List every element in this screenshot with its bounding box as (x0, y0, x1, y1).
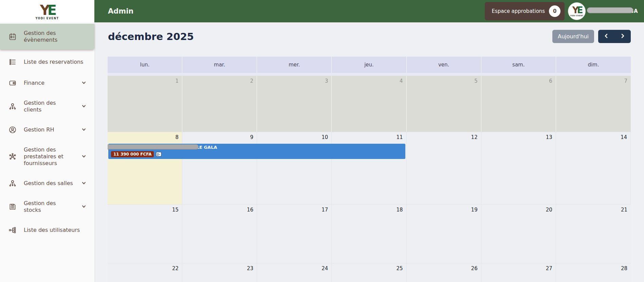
day-cell-24[interactable]: 24 (257, 263, 332, 282)
sidebar-item-gestion-rh[interactable]: Gestion RH (0, 119, 94, 140)
day-number: 19 (471, 207, 478, 213)
calendar-week-row-3: 15161718192021 (108, 204, 631, 263)
approvals-count-badge: 0 (549, 5, 560, 17)
chevron-left-icon (604, 33, 609, 40)
person-network-icon (8, 179, 17, 188)
day-number: 15 (172, 207, 179, 213)
sidebar-item-label: Liste des reservations (24, 59, 86, 65)
day-cell-11[interactable]: 11 (332, 132, 406, 204)
person-circle-icon (8, 125, 17, 134)
app-logo: YE YODI EVENT (0, 0, 94, 22)
next-month-button[interactable] (614, 30, 631, 43)
month-calendar: lun.mar.mer.jeu.ven.sam.dim. 12345678910… (108, 57, 631, 282)
day-cell-3[interactable]: 3 (257, 76, 332, 132)
org-chart-icon (8, 226, 17, 235)
sidebar-item-gestion-des-v-nements[interactable]: Gestion des évènements (0, 24, 94, 49)
user-name-wrap[interactable]: IMELDA EYANGA (589, 7, 638, 15)
day-cell-13[interactable]: 13 (481, 132, 556, 204)
calendar-event-bar[interactable]: MAYOUNGOU FALLONE IKIAH - SALLE GALA11 3… (108, 144, 405, 159)
today-button[interactable]: Aujourd'hui (552, 30, 594, 43)
day-cell-16[interactable]: 16 (182, 205, 257, 263)
day-cell-1[interactable]: 1 (108, 76, 182, 132)
day-number: 14 (621, 134, 627, 140)
day-number: 13 (546, 134, 552, 140)
user-avatar[interactable]: YE YODI EVENT (568, 2, 586, 20)
day-cell-4[interactable]: 4 (332, 76, 406, 132)
day-number: 17 (321, 207, 328, 213)
chevron-down-icon (81, 127, 86, 133)
avatar-caption: YODI EVENT (570, 15, 584, 17)
event-title-redaction-bar (108, 144, 199, 149)
day-cell-27[interactable]: 27 (481, 263, 556, 282)
day-cell-26[interactable]: 26 (407, 263, 481, 282)
day-cell-12[interactable]: 12 (407, 132, 481, 204)
day-cell-22[interactable]: 22 (108, 263, 182, 282)
sidebar-item-liste-des-reservations[interactable]: Liste des reservations (0, 52, 94, 73)
day-cell-7[interactable]: 7 (556, 76, 631, 132)
page-title: Admin (108, 7, 133, 15)
sidebar-item-label: Finance (24, 80, 75, 86)
day-cell-18[interactable]: 18 (332, 205, 406, 263)
day-cell-14[interactable]: 14 (556, 132, 631, 204)
calendar-week-row-2: 891011121314MAYOUNGOU FALLONE IKIAH - SA… (108, 132, 631, 204)
weekday-header-sam: sam. (481, 57, 556, 73)
day-number: 27 (546, 265, 552, 271)
day-number: 2 (250, 78, 254, 84)
approvals-button[interactable]: Espace approbations 0 (485, 2, 565, 20)
user-name-redaction-bar (587, 7, 633, 13)
day-cell-25[interactable]: 25 (332, 263, 406, 282)
day-number: 24 (321, 265, 328, 271)
day-cell-23[interactable]: 23 (182, 263, 257, 282)
day-number: 3 (325, 78, 328, 84)
header-right-group: Espace approbations 0 YE YODI EVENT IMEL… (485, 2, 638, 20)
avatar-letter-e: E (577, 5, 582, 15)
day-number: 10 (321, 134, 328, 140)
day-cell-19[interactable]: 19 (407, 205, 481, 263)
approvals-button-label: Espace approbations (492, 8, 545, 14)
sidebar-item-gestion-des-salles[interactable]: Gestion des salles (0, 173, 94, 194)
weekday-header-dim: dim. (556, 57, 631, 73)
day-cell-10[interactable]: 10 (257, 132, 332, 204)
day-number: 20 (546, 207, 552, 213)
calendar-week-row-4: 22232425262728 (108, 263, 631, 282)
day-cell-15[interactable]: 15 (108, 205, 182, 263)
day-number: 7 (624, 78, 627, 84)
day-number: 4 (400, 78, 403, 84)
sidebar: YE YODI EVENT Gestion des évènementsList… (0, 0, 94, 282)
day-number: 6 (549, 78, 552, 84)
day-number: 5 (474, 78, 478, 84)
day-cell-21[interactable]: 21 (556, 205, 631, 263)
day-number: 12 (471, 134, 478, 140)
day-cell-9[interactable]: 9 (182, 132, 257, 204)
day-cell-17[interactable]: 17 (257, 205, 332, 263)
calendar-toolbar: décembre 2025 Aujourd'hui (108, 30, 631, 43)
weekday-header-ven: ven. (407, 57, 481, 73)
day-cell-20[interactable]: 20 (481, 205, 556, 263)
day-cell-8[interactable]: 8 (108, 132, 182, 204)
day-cell-6[interactable]: 6 (481, 76, 556, 132)
chevron-down-icon (81, 180, 86, 187)
sidebar-item-gestion-des-clients[interactable]: Gestion des clients (0, 94, 94, 119)
day-number: 21 (621, 207, 627, 213)
prev-month-button[interactable] (598, 30, 614, 43)
chevron-down-icon (81, 103, 86, 110)
sidebar-item-label: Gestion RH (24, 126, 75, 133)
sidebar-item-gestion-des-prestataires-et-fournisseurs[interactable]: Gestion des prestataires et fournisseurs (0, 140, 94, 173)
sidebar-item-label: Gestion des clients (24, 100, 75, 113)
day-cell-2[interactable]: 2 (182, 76, 257, 132)
weekday-header-jeu: jeu. (332, 57, 406, 73)
day-cell-5[interactable]: 5 (407, 76, 481, 132)
sidebar-item-finance[interactable]: Finance (0, 73, 94, 94)
weekday-header-mar: mar. (182, 57, 257, 73)
logo-letter-e: E (48, 2, 54, 18)
day-cell-28[interactable]: 28 (556, 263, 631, 282)
event-detail-row: 11 390 000 FCFA (111, 151, 403, 157)
toolbar-buttons: Aujourd'hui (552, 30, 631, 43)
day-number: 18 (396, 207, 403, 213)
avatar-monogram: YE (572, 6, 582, 14)
logo-caption: YODI EVENT (36, 17, 59, 20)
payment-card-icon (156, 152, 162, 157)
sidebar-item-liste-des-utilisateurs[interactable]: Liste des utilisateurs (0, 220, 94, 241)
sidebar-item-gestion-des-stocks[interactable]: Gestion des stocks (0, 194, 94, 220)
wallet-icon (8, 79, 17, 87)
